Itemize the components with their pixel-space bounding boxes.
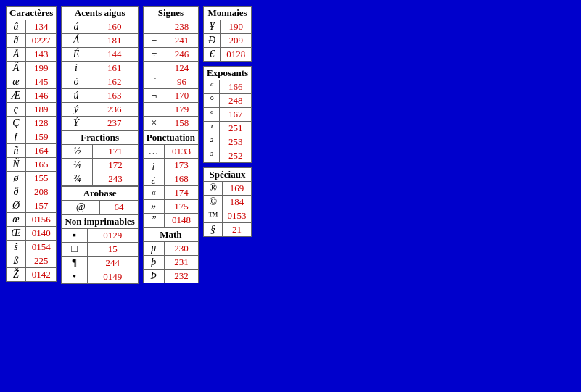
table-row: ã0227 — [7, 34, 57, 48]
code-cell: 167 — [220, 108, 252, 122]
code-cell: 0129 — [87, 229, 138, 243]
table-row: □15 — [62, 243, 138, 257]
code-cell: 0140 — [25, 227, 56, 241]
table-row: ¡173 — [143, 159, 198, 172]
table-row: §21 — [204, 223, 252, 237]
char-cell: ¿ — [143, 172, 164, 186]
char-cell: ¡ — [143, 159, 164, 172]
table-row: Á181 — [62, 34, 138, 48]
table-row: •0149 — [62, 270, 138, 284]
table-row: ²253 — [204, 135, 252, 149]
code-cell: 155 — [25, 172, 56, 185]
table-row: ¹251 — [204, 122, 252, 135]
code-cell: 232 — [164, 270, 198, 283]
code-cell: 128 — [25, 117, 56, 130]
char-cell: @ — [62, 201, 100, 214]
char-cell: ƒ — [7, 130, 26, 144]
char-cell: ¥ — [204, 20, 221, 34]
char-cell: Æ — [7, 89, 26, 103]
arobase-table: Arobase@64 — [61, 186, 138, 214]
char-cell: ª — [204, 80, 220, 94]
table-row: ÷246 — [143, 48, 198, 62]
char-cell: ñ — [7, 144, 26, 158]
char-cell: ß — [7, 254, 26, 268]
code-cell: 241 — [165, 34, 198, 48]
char-cell: × — [143, 117, 165, 130]
code-cell: 248 — [220, 94, 252, 108]
col4: Monnaies¥190Ð209€0128 Exposantsª166°248º… — [203, 6, 252, 237]
code-cell: 170 — [165, 89, 198, 103]
speciaux-table: Spéciaux®169©184™0153§21 — [203, 167, 252, 237]
ponctuation-table: Ponctuation…0133¡173¿168«174»175”0148 — [143, 130, 199, 228]
table-row: Ã199 — [7, 62, 57, 75]
table-row: Ø157 — [7, 199, 57, 213]
code-cell: 175 — [164, 200, 198, 214]
section-header: Arobase — [62, 187, 138, 201]
char-cell: Œ — [7, 227, 26, 241]
table-row: @64 — [62, 201, 138, 214]
code-cell: 145 — [25, 75, 56, 89]
char-cell: ¾ — [62, 172, 93, 186]
code-cell: 165 — [25, 158, 56, 172]
char-cell: á — [62, 20, 91, 34]
code-cell: 199 — [25, 62, 56, 75]
char-cell: ¶ — [62, 257, 87, 270]
code-cell: 64 — [99, 201, 138, 214]
code-cell: 253 — [220, 135, 252, 149]
code-cell: 174 — [164, 186, 198, 200]
char-cell: Ž — [7, 268, 26, 282]
table-row: Ý237 — [62, 117, 138, 130]
table-row: ¾243 — [62, 172, 138, 186]
table-row: š0154 — [7, 241, 57, 254]
code-cell: 143 — [25, 48, 56, 62]
char-cell: € — [204, 48, 221, 62]
char-cell: Ø — [7, 199, 26, 213]
table-row: ¥190 — [204, 20, 252, 34]
table-row: »175 — [143, 200, 198, 214]
char-cell: ™ — [204, 209, 223, 223]
code-cell: 243 — [93, 172, 139, 186]
table-row: ñ164 — [7, 144, 57, 158]
table-row: ¬170 — [143, 89, 198, 103]
code-cell: 21 — [223, 223, 252, 237]
code-cell: 0149 — [87, 270, 138, 284]
char-cell: Ñ — [7, 158, 26, 172]
table-row: º167 — [204, 108, 252, 122]
table-row: Ñ165 — [7, 158, 57, 172]
table-row: É144 — [62, 48, 138, 62]
code-cell: 166 — [220, 80, 252, 94]
char-cell: æ — [7, 75, 26, 89]
code-cell: 225 — [25, 254, 56, 268]
code-cell: 230 — [164, 242, 198, 256]
table-row: …0133 — [143, 145, 198, 159]
code-cell: 0227 — [25, 34, 56, 48]
char-cell: □ — [62, 243, 87, 257]
code-cell: 251 — [220, 122, 252, 135]
char-cell: ” — [143, 214, 164, 228]
char-cell: ÷ — [143, 48, 165, 62]
char-cell: ø — [7, 172, 26, 185]
table-row: œ0156 — [7, 213, 57, 227]
section-header: Signes — [143, 7, 198, 20]
char-cell: » — [143, 200, 164, 214]
section-header: Spéciaux — [204, 168, 252, 182]
char-cell: ` — [143, 75, 165, 89]
char-cell: ¼ — [62, 159, 93, 172]
char-cell: © — [204, 196, 223, 209]
table-row: Ð209 — [204, 34, 252, 48]
table-row: ¼172 — [62, 159, 138, 172]
code-cell: 157 — [25, 199, 56, 213]
code-cell: 190 — [221, 20, 252, 34]
code-cell: 162 — [91, 75, 138, 89]
char-cell: Ã — [7, 62, 26, 75]
table-row: °248 — [204, 94, 252, 108]
code-cell: 189 — [25, 103, 56, 117]
table-row: ¶244 — [62, 257, 138, 270]
char-cell: • — [62, 270, 87, 284]
char-cell: É — [62, 48, 91, 62]
col3: Signes¯238±241÷246|124`96¬170¦179×158 Po… — [143, 6, 199, 283]
char-cell: ½ — [62, 145, 93, 159]
fractions-table: Fractions½171¼172¾243 — [61, 130, 138, 186]
table-row: Ž0142 — [7, 268, 57, 282]
table-row: «174 — [143, 186, 198, 200]
